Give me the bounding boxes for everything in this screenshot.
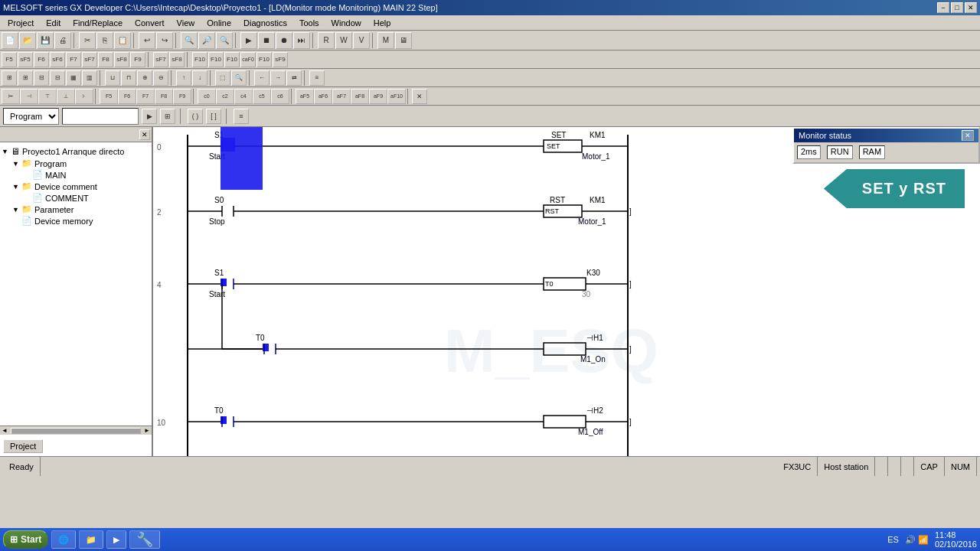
zoom-in-button[interactable]: 🔎 — [198, 32, 215, 49]
tb3-2[interactable]: ⊞ — [18, 70, 33, 86]
tree-parameter[interactable]: ▼ 📁 Parameter — [12, 204, 150, 215]
f5-contact[interactable]: F5 — [2, 52, 17, 67]
monitor-close-button[interactable]: ✕ — [962, 130, 974, 141]
undo-button[interactable]: ↩ — [139, 32, 155, 49]
f10-1[interactable]: F10 — [192, 52, 207, 67]
cut-button[interactable]: ✂ — [79, 32, 96, 49]
addr-input[interactable] — [62, 108, 139, 125]
tb-btn-c[interactable]: ⏺ — [276, 32, 292, 49]
fn-sf7[interactable]: F7 — [136, 89, 155, 104]
zoom-out-button[interactable]: 🔍 — [216, 32, 233, 49]
copy-button[interactable]: ⎘ — [96, 32, 113, 49]
coil-button[interactable]: ( ) — [188, 109, 203, 124]
menu-help[interactable]: Help — [368, 17, 397, 29]
fn-close[interactable]: ✕ — [412, 89, 427, 104]
f10-2[interactable]: F10 — [208, 52, 224, 67]
fn-af6[interactable]: aF6 — [314, 89, 332, 104]
minimize-button[interactable]: − — [937, 2, 949, 13]
start-button[interactable]: ⊞ Start — [3, 530, 48, 549]
fn-c4[interactable]: c4 — [234, 89, 253, 104]
fn-af5[interactable]: aF5 — [296, 89, 314, 104]
sf5-contact[interactable]: sF5 — [18, 52, 33, 67]
row-button[interactable]: ≡ — [234, 109, 249, 124]
sf8-contact[interactable]: sF8 — [114, 52, 129, 67]
tb3-6[interactable]: ▥ — [82, 70, 97, 86]
fn-c6[interactable]: c6 — [271, 89, 289, 104]
menu-view[interactable]: View — [171, 17, 201, 29]
sf9[interactable]: sF9 — [273, 52, 288, 67]
menu-window[interactable]: Window — [325, 17, 368, 29]
fn-f5[interactable]: ⊢ — [2, 89, 20, 104]
tb3-12[interactable]: ↓ — [192, 70, 207, 86]
close-button[interactable]: ✕ — [965, 2, 977, 13]
menu-online[interactable]: Online — [201, 17, 237, 29]
print-button[interactable]: 🖨 — [54, 32, 71, 49]
fn-af9[interactable]: aF9 — [369, 89, 387, 104]
step-button[interactable]: ⊞ — [160, 109, 175, 124]
fn-f8[interactable]: ⊥ — [57, 89, 75, 104]
tb-read-button[interactable]: R — [318, 32, 335, 49]
caF0[interactable]: caF0 — [240, 52, 256, 67]
project-tab[interactable]: Project — [3, 439, 43, 453]
maximize-button[interactable]: □ — [951, 2, 963, 13]
tb3-5[interactable]: ▦ — [66, 70, 81, 86]
tree-root[interactable]: ▼ 🖥 Proyecto1 Arranque directo — [2, 145, 150, 158]
tb-btn-d[interactable]: ⏭ — [293, 32, 310, 49]
scroll-right-arrow[interactable]: ► — [142, 427, 152, 434]
sf8-2[interactable]: sF8 — [169, 52, 185, 67]
fn-af8[interactable]: aF8 — [351, 89, 369, 104]
program-select[interactable]: Program — [3, 108, 59, 125]
tb3-1[interactable]: ⊞ — [2, 70, 17, 86]
paste-button[interactable]: 📋 — [114, 32, 131, 49]
fn-sf9[interactable]: F9 — [173, 89, 191, 104]
tree-main[interactable]: 📄 MAIN — [23, 169, 150, 181]
redo-button[interactable]: ↪ — [156, 32, 173, 49]
tb-monitor-button[interactable]: M — [377, 32, 394, 49]
fn-sf6[interactable]: F6 — [118, 89, 136, 104]
new-button[interactable]: 📄 — [2, 32, 18, 49]
tree-device-comment[interactable]: ▼ 📁 Device comment — [12, 181, 150, 192]
fn-f9[interactable]: ⊦ — [75, 89, 93, 104]
tb-verify-button[interactable]: V — [353, 32, 370, 49]
tb3-15[interactable]: ← — [254, 70, 270, 86]
tb3-4[interactable]: ⊟ — [50, 70, 65, 86]
fn-c0[interactable]: c0 — [198, 89, 216, 104]
sf7-contact[interactable]: sF7 — [82, 52, 97, 67]
taskbar-gx[interactable]: 🔧 — [129, 530, 160, 549]
tb3-3[interactable]: ⊟ — [34, 70, 49, 86]
contact-button[interactable]: [ ] — [206, 109, 221, 124]
find-button[interactable]: 🔍 — [181, 32, 198, 49]
f9-contact[interactable]: F9 — [130, 52, 145, 67]
taskbar-ie[interactable]: 🌐 — [51, 530, 76, 549]
f7-contact[interactable]: F7 — [66, 52, 81, 67]
ladder-canvas-area[interactable]: M_ESQ 0 S1 SET — [153, 127, 980, 456]
menu-project[interactable]: Project — [2, 17, 40, 29]
f8-contact[interactable]: F8 — [98, 52, 113, 67]
tb3-9[interactable]: ⊕ — [137, 70, 152, 86]
tb3-8[interactable]: ⊓ — [121, 70, 136, 86]
fn-sf8[interactable]: F8 — [155, 89, 173, 104]
open-button[interactable]: 📂 — [19, 32, 36, 49]
tb-btn-a[interactable]: ▶ — [240, 32, 257, 49]
save-button[interactable]: 💾 — [37, 32, 54, 49]
f10-4[interactable]: F10 — [256, 52, 272, 67]
fn-c5[interactable]: c5 — [253, 89, 271, 104]
f10-3[interactable]: F10 — [224, 52, 240, 67]
tb-write-button[interactable]: W — [335, 32, 352, 49]
tb-monitor2-button[interactable]: 🖥 — [395, 32, 412, 49]
fn-sf5[interactable]: F5 — [100, 89, 118, 104]
f6-contact[interactable]: F6 — [34, 52, 49, 67]
fn-f7[interactable]: ⊤ — [38, 89, 57, 104]
tb3-10[interactable]: ⊖ — [153, 70, 168, 86]
menu-tools[interactable]: Tools — [293, 17, 325, 29]
tb3-16[interactable]: → — [270, 70, 286, 86]
tb3-14[interactable]: 🔍 — [231, 70, 247, 86]
sf7-2[interactable]: sF7 — [153, 52, 168, 67]
scroll-left-arrow[interactable]: ◄ — [0, 427, 9, 434]
go-button[interactable]: ▶ — [142, 109, 157, 124]
tree-comment[interactable]: 📄 COMMENT — [23, 192, 150, 204]
tb3-17[interactable]: ⇄ — [286, 70, 302, 86]
tb3-11[interactable]: ↑ — [176, 70, 191, 86]
tb3-7[interactable]: ⊔ — [105, 70, 120, 86]
taskbar-media[interactable]: ▶ — [106, 530, 126, 549]
